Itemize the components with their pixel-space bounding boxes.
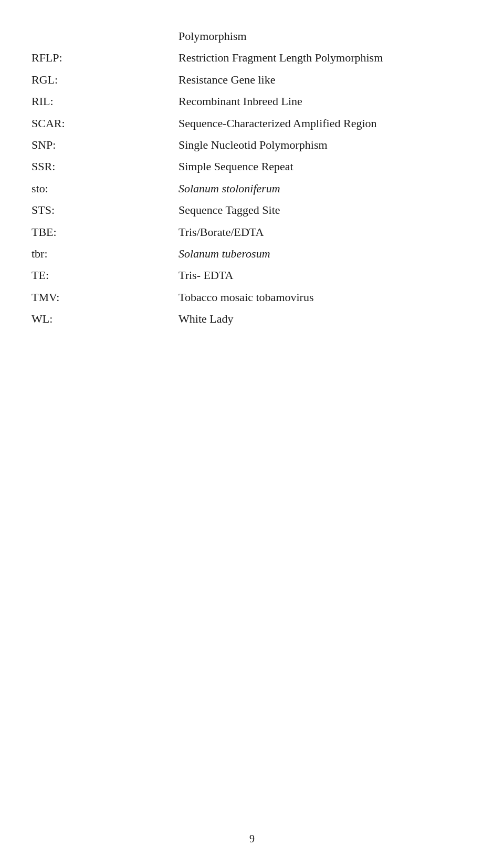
abbreviation-table: PolymorphismRFLP:Restriction Fragment Le… [32, 26, 472, 328]
page-content: PolymorphismRFLP:Restriction Fragment Le… [0, 0, 504, 373]
abbreviation-term: tbr: [32, 244, 178, 263]
abbreviation-term: TMV: [32, 287, 178, 307]
list-item: TBE:Tris/Borate/EDTA [32, 222, 472, 242]
abbreviation-definition: Recombinant Inbreed Line [178, 91, 472, 111]
abbreviation-term: SNP: [32, 135, 178, 154]
list-item: tbr:Solanum tuberosum [32, 244, 472, 263]
abbreviation-definition: Solanum tuberosum [178, 244, 472, 263]
list-item: Polymorphism [32, 26, 472, 46]
abbreviation-definition: Simple Sequence Repeat [178, 157, 472, 176]
abbreviation-definition: Single Nucleotid Polymorphism [178, 135, 472, 154]
abbreviation-definition: Tris- EDTA [178, 265, 472, 285]
list-item: RFLP:Restriction Fragment Length Polymor… [32, 48, 472, 67]
abbreviation-definition: Sequence Tagged Site [178, 200, 472, 220]
abbreviation-definition: Resistance Gene like [178, 70, 472, 89]
abbreviation-term: TBE: [32, 222, 178, 242]
abbreviation-definition: White Lady [178, 309, 472, 328]
abbreviation-term: WL: [32, 309, 178, 328]
abbreviation-term: SCAR: [32, 114, 178, 133]
abbreviation-definition: Tris/Borate/EDTA [178, 222, 472, 242]
list-item: STS:Sequence Tagged Site [32, 200, 472, 220]
list-item: RIL:Recombinant Inbreed Line [32, 91, 472, 111]
abbreviation-definition: Restriction Fragment Length Polymorphism [178, 48, 472, 67]
list-item: sto:Solanum stoloniferum [32, 179, 472, 198]
abbreviation-term: RGL: [32, 70, 178, 89]
abbreviation-definition: Sequence-Characterized Amplified Region [178, 114, 472, 133]
list-item: SCAR:Sequence-Characterized Amplified Re… [32, 114, 472, 133]
abbreviation-definition: Tobacco mosaic tobamovirus [178, 287, 472, 307]
abbreviation-definition: Polymorphism [178, 26, 472, 46]
abbreviation-term: STS: [32, 200, 178, 220]
list-item: SNP:Single Nucleotid Polymorphism [32, 135, 472, 154]
abbreviation-term: TE: [32, 265, 178, 285]
abbreviation-term: SSR: [32, 157, 178, 176]
abbreviation-definition: Solanum stoloniferum [178, 179, 472, 198]
list-item: RGL:Resistance Gene like [32, 70, 472, 89]
list-item: WL:White Lady [32, 309, 472, 328]
abbreviation-term: RIL: [32, 91, 178, 111]
abbreviation-term: sto: [32, 179, 178, 198]
list-item: TE:Tris- EDTA [32, 265, 472, 285]
list-item: TMV:Tobacco mosaic tobamovirus [32, 287, 472, 307]
list-item: SSR:Simple Sequence Repeat [32, 157, 472, 176]
abbreviation-term: RFLP: [32, 48, 178, 67]
page-number: 9 [249, 833, 255, 845]
